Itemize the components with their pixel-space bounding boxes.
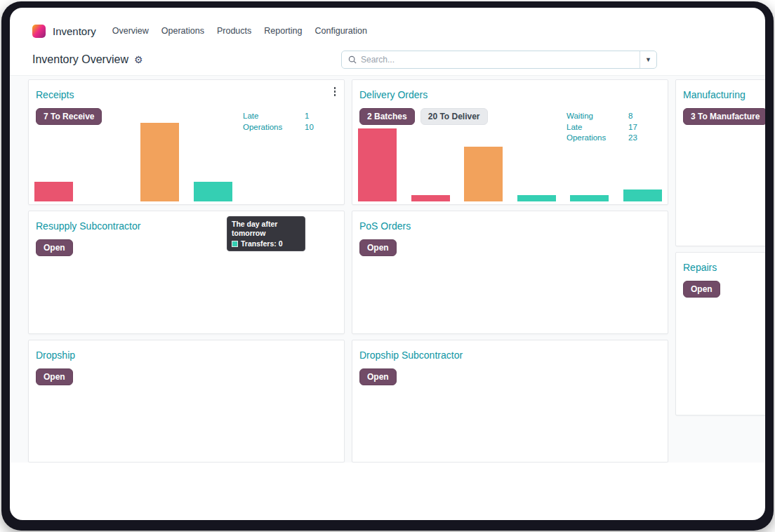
- nav-item-products[interactable]: Products: [211, 22, 258, 40]
- card-repairs: Repairs Open: [675, 252, 765, 415]
- card-title-manufacturing[interactable]: Manufacturing: [676, 80, 753, 100]
- card-dropship: Dropship Open: [28, 340, 345, 463]
- card-title-dropship[interactable]: Dropship: [29, 340, 82, 361]
- card-title-resupply-subcontractor[interactable]: Resupply Subcontractor: [29, 211, 147, 232]
- top-navbar: Inventory Overview Operations Products R…: [10, 8, 765, 44]
- pos-open-button[interactable]: Open: [359, 239, 397, 256]
- resupply-open-button[interactable]: Open: [36, 239, 73, 256]
- to-deliver-button[interactable]: 20 To Deliver: [420, 108, 488, 125]
- repairs-open-button[interactable]: Open: [683, 281, 720, 298]
- inventory-app-icon[interactable]: [32, 25, 46, 38]
- chart-bar[interactable]: [34, 182, 73, 201]
- to-manufacture-button[interactable]: 3 To Manufacture: [683, 108, 765, 125]
- card-manufacturing: Manufacturing 3 To Manufacture: [675, 79, 765, 246]
- receipts-bar-chart: [29, 136, 344, 204]
- chart-tooltip: The day after tomorrow Transfers: 0: [227, 216, 305, 251]
- tooltip-value: Transfers: 0: [241, 239, 283, 248]
- card-delivery-orders: Delivery Orders 2 Batches 20 To Deliver …: [352, 79, 668, 205]
- chart-bar[interactable]: [140, 123, 179, 201]
- chart-bar[interactable]: [194, 182, 232, 201]
- chart-bar[interactable]: [517, 195, 556, 201]
- app-window: Inventory Overview Operations Products R…: [10, 8, 765, 520]
- chart-bar[interactable]: [623, 189, 662, 201]
- nav-item-operations[interactable]: Operations: [155, 22, 211, 40]
- stat-waiting[interactable]: Waiting 8: [567, 111, 658, 122]
- chevron-down-icon: ▼: [645, 56, 651, 63]
- nav-item-reporting[interactable]: Reporting: [258, 22, 308, 40]
- tooltip-color-swatch: [232, 241, 238, 247]
- chart-bar[interactable]: [570, 195, 609, 201]
- card-title-dropship-subcontractor[interactable]: Dropship Subcontractor: [352, 340, 470, 361]
- app-name[interactable]: Inventory: [53, 25, 96, 37]
- stat-operations[interactable]: Operations 10: [243, 122, 334, 133]
- dashboard-column-3: Manufacturing 3 To Manufacture Repairs O…: [675, 79, 765, 463]
- kebab-menu-icon[interactable]: [333, 86, 338, 98]
- stat-late[interactable]: Late 1: [243, 111, 334, 122]
- card-dropship-subcontractor: Dropship Subcontractor Open: [352, 340, 668, 463]
- card-title-pos-orders[interactable]: PoS Orders: [352, 211, 418, 232]
- chart-bar[interactable]: [464, 147, 503, 201]
- dashboard-column-1: Receipts 7 To Receive Late 1 Operations …: [28, 79, 345, 463]
- search-icon: [348, 55, 357, 64]
- card-title-repairs[interactable]: Repairs: [676, 253, 724, 273]
- dashboard-column-2: Delivery Orders 2 Batches 20 To Deliver …: [352, 79, 668, 463]
- dropship-sub-open-button[interactable]: Open: [359, 368, 397, 385]
- stat-late[interactable]: Late 17: [567, 122, 658, 133]
- card-title-delivery-orders[interactable]: Delivery Orders: [352, 80, 435, 100]
- nav-item-configuration[interactable]: Configuration: [309, 22, 373, 40]
- card-pos-orders: PoS Orders Open: [352, 211, 668, 333]
- delivery-bar-chart: [352, 136, 668, 204]
- breadcrumb-title: Inventory Overview: [32, 53, 128, 66]
- dropship-open-button[interactable]: Open: [36, 368, 73, 385]
- window-frame: Inventory Overview Operations Products R…: [1, 1, 774, 531]
- search-filter-dropdown-toggle[interactable]: ▼: [640, 51, 656, 68]
- chart-bar[interactable]: [358, 128, 397, 201]
- card-receipts: Receipts 7 To Receive Late 1 Operations …: [28, 79, 345, 205]
- search-input[interactable]: [361, 55, 640, 65]
- dashboard: Receipts 7 To Receive Late 1 Operations …: [10, 75, 765, 463]
- receipts-stats: Late 1 Operations 10: [243, 111, 334, 133]
- gear-icon[interactable]: ⚙: [134, 55, 143, 65]
- to-receive-button[interactable]: 7 To Receive: [36, 108, 102, 125]
- batches-button[interactable]: 2 Batches: [359, 108, 415, 125]
- tooltip-title: The day after tomorrow: [232, 220, 300, 238]
- control-panel: Inventory Overview ⚙ ▼: [10, 44, 765, 75]
- card-title-receipts[interactable]: Receipts: [29, 80, 81, 100]
- search-bar: ▼: [341, 51, 657, 69]
- chart-bar[interactable]: [411, 195, 450, 201]
- nav-item-overview[interactable]: Overview: [106, 22, 155, 40]
